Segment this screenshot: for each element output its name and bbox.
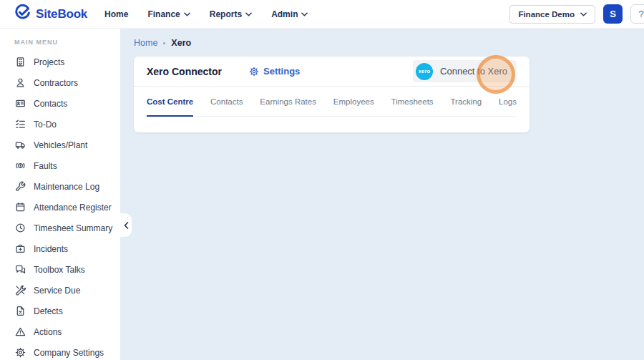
checklist-icon <box>14 119 26 130</box>
sidebar-item-timesheet-summary[interactable]: Timesheet Summary <box>0 218 120 238</box>
sidebar-item-actions[interactable]: Actions <box>0 321 120 342</box>
sidebar: MAIN MENU Projects Contractors Contacts … <box>0 29 120 360</box>
chevron-down-icon <box>245 12 252 16</box>
gear-icon <box>249 67 259 77</box>
nav-admin[interactable]: Admin <box>271 9 308 19</box>
connect-to-xero-button[interactable]: xero Connect to Xero <box>413 60 517 82</box>
sidebar-item-incidents[interactable]: Incidents <box>0 238 120 259</box>
sidebar-item-company-settings[interactable]: Company Settings <box>0 342 120 360</box>
nav-home[interactable]: Home <box>104 9 128 19</box>
tabs-container: Cost Centre Contacts Earnings Rates Empl… <box>134 87 530 117</box>
warning-triangle-icon <box>14 326 26 338</box>
topbar-right: Finance Demo S ? <box>509 4 644 24</box>
nav-reports[interactable]: Reports <box>210 9 252 19</box>
tab-earnings-rates[interactable]: Earnings Rates <box>260 97 316 116</box>
sidebar-collapse-handle[interactable] <box>120 213 132 237</box>
sidebar-item-faults[interactable]: Faults <box>0 155 120 176</box>
chevron-down-icon <box>184 12 190 16</box>
org-selector-button[interactable]: Finance Demo <box>509 5 595 24</box>
breadcrumb: Home Xero <box>134 38 644 48</box>
sidebar-item-maintenance-log[interactable]: Maintenance Log <box>0 176 120 197</box>
first-aid-icon <box>14 243 26 255</box>
chat-bubbles-icon <box>14 264 26 276</box>
brand-name: SiteBook <box>36 7 87 21</box>
help-button[interactable]: ? <box>630 4 644 24</box>
sidebar-item-todo[interactable]: To-Do <box>0 114 120 135</box>
alert-signal-icon <box>14 160 26 172</box>
breadcrumb-separator <box>163 42 165 44</box>
sidebar-item-projects[interactable]: Projects <box>0 52 120 72</box>
top-navigation: Home Finance Reports Admin <box>104 9 308 19</box>
clock-icon <box>14 223 26 234</box>
sidebar-section-label: MAIN MENU <box>0 29 120 52</box>
tab-logs[interactable]: Logs <box>499 97 517 116</box>
main-content: Home Xero Xero Connector Settings xero C… <box>120 29 644 360</box>
tab-tracking[interactable]: Tracking <box>450 97 482 116</box>
building-icon <box>14 57 26 68</box>
sidebar-item-contacts[interactable]: Contacts <box>0 93 120 114</box>
tab-cost-centre[interactable]: Cost Centre <box>147 97 193 117</box>
tools-icon <box>14 285 26 296</box>
gear-icon <box>14 347 26 359</box>
nav-finance[interactable]: Finance <box>147 9 190 19</box>
question-mark-icon: ? <box>638 9 643 19</box>
sidebar-item-attendance-register[interactable]: Attendance Register <box>0 197 120 218</box>
settings-link[interactable]: Settings <box>249 66 300 77</box>
brand-check-icon <box>14 4 31 24</box>
wrench-icon <box>14 181 26 193</box>
chevron-down-icon <box>301 12 308 16</box>
xero-connector-card: Xero Connector Settings xero Connect to … <box>134 57 530 132</box>
chevron-down-icon <box>580 12 587 16</box>
document-x-icon <box>14 306 26 317</box>
sidebar-item-defects[interactable]: Defects <box>0 301 120 321</box>
tab-timesheets[interactable]: Timesheets <box>391 97 434 116</box>
sidebar-item-vehicles-plant[interactable]: Vehicles/Plant <box>0 135 120 155</box>
truck-icon <box>14 140 26 151</box>
layout: MAIN MENU Projects Contractors Contacts … <box>0 29 644 360</box>
topbar: SiteBook Home Finance Reports Admin Fina… <box>0 0 644 29</box>
card-title: Xero Connector <box>147 66 222 77</box>
sitebook-logo[interactable]: SiteBook <box>14 4 87 24</box>
sidebar-item-contractors[interactable]: Contractors <box>0 72 120 93</box>
tab-employees[interactable]: Employees <box>333 97 374 116</box>
sidebar-item-service-due[interactable]: Service Due <box>0 280 120 301</box>
xero-logo-icon: xero <box>416 63 433 80</box>
breadcrumb-current: Xero <box>171 38 191 48</box>
chevron-left-icon <box>124 222 129 229</box>
calendar-icon <box>14 202 26 213</box>
id-card-icon <box>14 98 26 110</box>
card-header: Xero Connector Settings xero Connect to … <box>134 57 530 87</box>
worker-icon <box>14 77 26 89</box>
sidebar-item-toolbox-talks[interactable]: Toolbox Talks <box>0 259 120 280</box>
tab-contacts[interactable]: Contacts <box>210 97 243 116</box>
breadcrumb-home-link[interactable]: Home <box>134 38 157 48</box>
user-avatar[interactable]: S <box>603 4 623 24</box>
